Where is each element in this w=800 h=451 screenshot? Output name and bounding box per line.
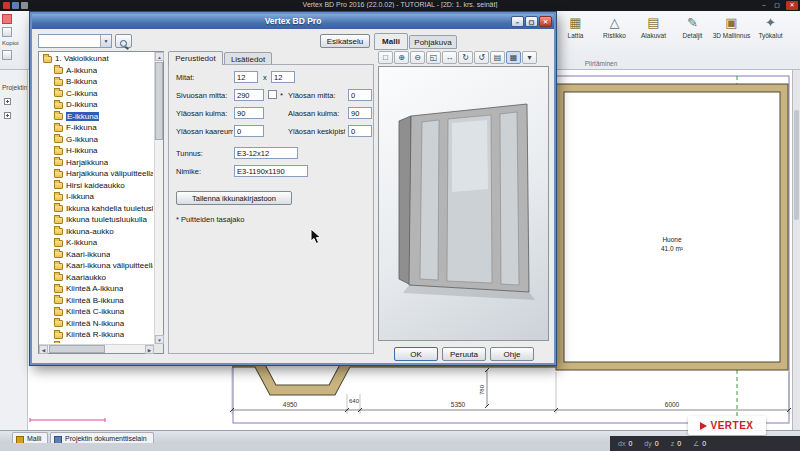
ribbon-button-alakuvat[interactable]: ▤ Alakuvat <box>634 13 673 59</box>
zoom-in-icon[interactable]: ⊕ <box>394 51 409 64</box>
ribbon-button-lattia[interactable]: ▦ Lattia <box>556 13 595 59</box>
shaded-icon[interactable]: ▦ <box>506 51 521 64</box>
svg-text:41.0 m²: 41.0 m² <box>661 245 684 252</box>
name-input[interactable] <box>234 165 308 177</box>
undo-icon[interactable] <box>21 2 28 9</box>
tab-malli[interactable]: Malli <box>374 33 408 50</box>
zoom-out-icon[interactable]: ⊖ <box>410 51 425 64</box>
tree-item[interactable]: Ikkuna tuuletusluukulla <box>40 214 153 226</box>
tree-item[interactable]: H-ikkuna <box>40 145 153 157</box>
ribbon-button-3d-mallinnus[interactable]: ▣ 3D Mallinnus <box>712 13 751 59</box>
tree-item[interactable]: Ikkuna kahdella tuuletusluukulla <box>40 203 153 215</box>
tree-item-selected[interactable]: E-ikkuna <box>40 111 153 123</box>
preview-mode-button[interactable]: Esikatselu <box>320 34 370 48</box>
canvas-scrollbar[interactable] <box>792 70 800 430</box>
tree-item[interactable]: Kiinteä N-ikkuna <box>40 318 153 330</box>
scroll-down-icon[interactable]: ▼ <box>155 335 164 344</box>
dialog-titlebar[interactable]: Vertex BD Pro – ▢ ✕ <box>32 14 554 29</box>
dialog-close-icon[interactable]: ✕ <box>539 16 552 27</box>
scroll-left-icon[interactable]: ◀ <box>39 345 48 354</box>
tree-root-item[interactable]: 1. Vakioikkunat <box>40 53 153 65</box>
search-input[interactable] <box>39 35 100 47</box>
tree-item[interactable]: F-ikkuna <box>40 122 153 134</box>
even-spacing-checkbox[interactable] <box>268 90 277 99</box>
tree-item[interactable]: B-ikkuna <box>40 76 153 88</box>
height-input[interactable] <box>271 71 295 83</box>
wireframe-icon[interactable]: ▤ <box>490 51 505 64</box>
tree-item[interactable]: G-ikkuna <box>40 134 153 146</box>
width-input[interactable] <box>234 71 258 83</box>
tree-item[interactable]: C-ikkuna <box>40 88 153 100</box>
tree-item[interactable]: Kaariaukko <box>40 272 153 284</box>
folder-icon <box>54 67 63 74</box>
search-button[interactable] <box>115 34 132 48</box>
help-button[interactable]: Ohje <box>490 347 534 361</box>
app-titlebar: Vertex BD Pro 2016 (22.0.02) - TUTORIAL … <box>0 0 800 11</box>
scrollbar-thumb[interactable] <box>49 345 105 353</box>
tree-expander-icon[interactable] <box>4 112 11 119</box>
tree-item[interactable]: Kiinteä A-ikkuna <box>40 283 153 295</box>
ok-button[interactable]: OK <box>394 347 438 361</box>
paste-icon[interactable] <box>2 14 12 24</box>
dialog-maximize-icon[interactable]: ▢ <box>525 16 538 27</box>
tree-item[interactable]: Harjaikkuna <box>40 157 153 169</box>
tree-item[interactable]: I-ikkuna <box>40 191 153 203</box>
ribbon-button-detaljit[interactable]: ✎ Detaljit <box>673 13 712 59</box>
tree-item[interactable]: Harjaikkuna välipuitteella <box>40 168 153 180</box>
pan-icon[interactable]: ↔ <box>442 51 457 64</box>
tree-item[interactable]: D-ikkuna <box>40 99 153 111</box>
side-measure-input[interactable] <box>234 89 264 101</box>
copy-icon[interactable] <box>2 27 12 37</box>
maximize-window-icon[interactable]: ▢ <box>771 1 783 10</box>
footnote-star: * <box>280 91 283 100</box>
rotate-icon[interactable]: ↻ <box>458 51 473 64</box>
top-camber-input[interactable] <box>234 125 264 137</box>
tree-item[interactable]: Kiinteä S-ikkuna <box>40 341 153 344</box>
folder-icon <box>54 251 63 258</box>
tree-item[interactable]: A-ikkuna <box>40 65 153 77</box>
zoom-fit-icon[interactable]: ◱ <box>426 51 441 64</box>
clipboard-icon[interactable] <box>2 50 12 60</box>
tree-item[interactable]: Hirsi kaideaukko <box>40 180 153 192</box>
tab-pohjakuva[interactable]: Pohjakuva <box>409 35 457 49</box>
tree-item[interactable]: Kaari-ikkuna välipuitteella <box>40 260 153 272</box>
folder-icon <box>54 228 63 235</box>
tree-item[interactable]: Kaari-ikkuna <box>40 249 153 261</box>
folder-icon <box>54 90 63 97</box>
save-icon[interactable] <box>12 2 19 9</box>
tree-item[interactable]: Kiinteä R-ikkuna <box>40 329 153 341</box>
cancel-button[interactable]: Peruuta <box>442 347 486 361</box>
scrollbar-thumb[interactable] <box>155 62 163 140</box>
library-search-combo[interactable]: ▼ <box>38 34 112 48</box>
tree-item[interactable]: Ikkuna-aukko <box>40 226 153 238</box>
top-angle-input[interactable] <box>234 107 264 119</box>
tree-item[interactable]: Kiinteä B-ikkuna <box>40 295 153 307</box>
orbit-icon[interactable]: ↺ <box>474 51 489 64</box>
code-input[interactable] <box>234 147 298 159</box>
window-3d-model <box>389 89 539 319</box>
project-tree-header: Projektin d <box>2 84 27 91</box>
top-center-input[interactable] <box>348 125 372 137</box>
tree-item[interactable]: Kiinteä C-ikkuna <box>40 306 153 318</box>
tab-perustiedot[interactable]: Perustiedot <box>168 51 223 65</box>
save-to-library-button[interactable]: Tallenna ikkunakirjastoon <box>176 191 292 205</box>
chevron-down-icon[interactable]: ▼ <box>100 35 111 47</box>
preview-viewport[interactable] <box>378 66 549 341</box>
scroll-up-icon[interactable]: ▲ <box>155 52 164 61</box>
footnote-text: * Puitteiden tasajako <box>176 215 244 224</box>
tree-vertical-scrollbar[interactable]: ▲ ▼ <box>154 52 163 344</box>
tree-expander-icon[interactable] <box>4 98 11 105</box>
ribbon-button-tyokalut[interactable]: ✦ Työkalut <box>751 13 790 59</box>
tree-horizontal-scrollbar[interactable]: ◀ ▶ <box>39 344 154 353</box>
bottom-angle-input[interactable] <box>348 107 372 119</box>
minimize-window-icon[interactable]: – <box>758 1 770 10</box>
options-dropdown-icon[interactable]: ▾ <box>522 51 537 64</box>
scroll-right-icon[interactable]: ▶ <box>145 345 154 354</box>
top-measure-input[interactable] <box>348 89 372 101</box>
close-window-icon[interactable]: ✕ <box>786 1 798 10</box>
tree-item[interactable]: K-ikkuna <box>40 237 153 249</box>
ribbon-button-ristikko[interactable]: △ Ristikko <box>595 13 634 59</box>
scrollbar-thumb[interactable] <box>794 110 799 220</box>
zoom-window-icon[interactable]: □ <box>378 51 393 64</box>
dialog-minimize-icon[interactable]: – <box>511 16 524 27</box>
